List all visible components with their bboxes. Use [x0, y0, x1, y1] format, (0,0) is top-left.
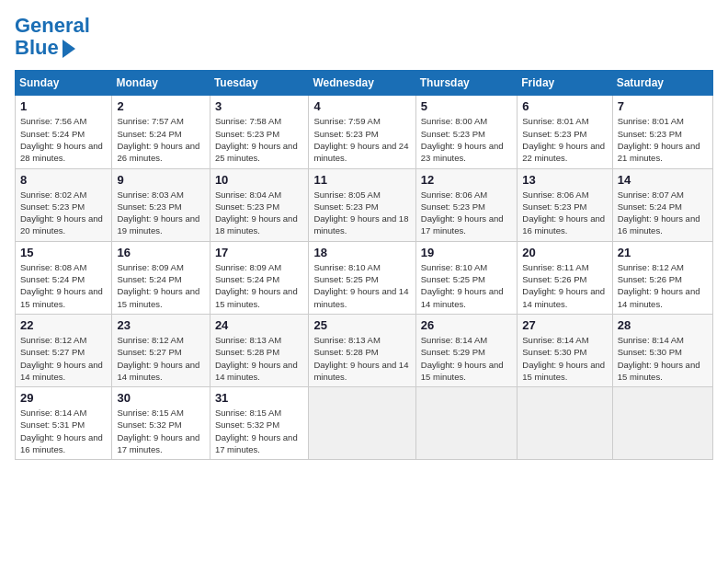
- day-number: 16: [117, 246, 204, 259]
- day-info: Sunrise: 8:13 AMSunset: 5:28 PMDaylight:…: [313, 334, 410, 383]
- day-number: 6: [522, 99, 607, 113]
- day-info: Sunrise: 7:58 AMSunset: 5:23 PMDaylight:…: [215, 115, 304, 164]
- calendar-cell: [309, 387, 415, 460]
- calendar-cell: 31Sunrise: 8:15 AMSunset: 5:32 PMDayligh…: [210, 387, 309, 460]
- day-info: Sunrise: 8:13 AMSunset: 5:28 PMDaylight:…: [215, 334, 304, 383]
- day-number: 12: [421, 173, 512, 187]
- day-number: 1: [20, 99, 107, 113]
- day-info: Sunrise: 8:06 AMSunset: 5:23 PMDaylight:…: [522, 189, 607, 237]
- calendar-cell: 24Sunrise: 8:13 AMSunset: 5:28 PMDayligh…: [210, 314, 309, 386]
- calendar-cell: 30Sunrise: 8:15 AMSunset: 5:32 PMDayligh…: [112, 387, 210, 460]
- calendar-cell: 9Sunrise: 8:03 AMSunset: 5:23 PMDaylight…: [112, 168, 210, 241]
- day-info: Sunrise: 8:02 AMSunset: 5:23 PMDaylight:…: [20, 189, 107, 237]
- day-info: Sunrise: 8:05 AMSunset: 5:23 PMDaylight:…: [313, 189, 410, 237]
- day-info: Sunrise: 8:14 AMSunset: 5:30 PMDaylight:…: [522, 334, 607, 383]
- day-info: Sunrise: 8:09 AMSunset: 5:24 PMDaylight:…: [215, 261, 304, 310]
- day-info: Sunrise: 8:15 AMSunset: 5:32 PMDaylight:…: [215, 407, 304, 455]
- day-number: 20: [522, 246, 607, 259]
- day-info: Sunrise: 8:12 AMSunset: 5:27 PMDaylight:…: [20, 334, 107, 383]
- day-info: Sunrise: 8:07 AMSunset: 5:24 PMDaylight:…: [618, 189, 708, 237]
- calendar-cell: 13Sunrise: 8:06 AMSunset: 5:23 PMDayligh…: [518, 168, 612, 241]
- header-monday: Monday: [112, 71, 210, 96]
- day-info: Sunrise: 8:01 AMSunset: 5:23 PMDaylight:…: [618, 115, 708, 164]
- day-info: Sunrise: 8:12 AMSunset: 5:27 PMDaylight:…: [117, 334, 204, 383]
- calendar-cell: 6Sunrise: 8:01 AMSunset: 5:23 PMDaylight…: [518, 96, 612, 168]
- calendar-cell: 19Sunrise: 8:10 AMSunset: 5:25 PMDayligh…: [415, 241, 517, 314]
- logo: General Blue: [15, 15, 90, 59]
- day-info: Sunrise: 7:57 AMSunset: 5:24 PMDaylight:…: [117, 115, 204, 164]
- day-info: Sunrise: 8:03 AMSunset: 5:23 PMDaylight:…: [117, 189, 204, 237]
- day-number: 21: [618, 246, 708, 259]
- day-number: 4: [313, 99, 410, 113]
- header-tuesday: Tuesday: [210, 71, 309, 96]
- calendar-cell: [518, 387, 612, 460]
- day-info: Sunrise: 8:11 AMSunset: 5:26 PMDaylight:…: [522, 261, 607, 310]
- day-number: 11: [313, 173, 410, 187]
- day-number: 18: [313, 246, 410, 259]
- calendar-cell: 20Sunrise: 8:11 AMSunset: 5:26 PMDayligh…: [518, 241, 612, 314]
- day-number: 31: [215, 391, 304, 405]
- day-info: Sunrise: 8:14 AMSunset: 5:31 PMDaylight:…: [20, 407, 107, 455]
- day-info: Sunrise: 8:14 AMSunset: 5:30 PMDaylight:…: [618, 334, 708, 383]
- day-number: 8: [20, 173, 107, 187]
- logo-arrow-icon: [63, 40, 75, 58]
- calendar-cell: 14Sunrise: 8:07 AMSunset: 5:24 PMDayligh…: [612, 168, 712, 241]
- day-number: 19: [421, 246, 512, 259]
- day-number: 10: [215, 173, 304, 187]
- calendar-week-5: 29Sunrise: 8:14 AMSunset: 5:31 PMDayligh…: [16, 387, 713, 460]
- day-number: 26: [421, 318, 512, 332]
- day-info: Sunrise: 8:00 AMSunset: 5:23 PMDaylight:…: [421, 115, 512, 164]
- calendar-header-row: SundayMondayTuesdayWednesdayThursdayFrid…: [16, 71, 713, 96]
- day-number: 17: [215, 246, 304, 259]
- calendar-cell: 16Sunrise: 8:09 AMSunset: 5:24 PMDayligh…: [112, 241, 210, 314]
- calendar-cell: 12Sunrise: 8:06 AMSunset: 5:23 PMDayligh…: [415, 168, 517, 241]
- calendar-cell: 5Sunrise: 8:00 AMSunset: 5:23 PMDaylight…: [415, 96, 517, 168]
- day-number: 3: [215, 99, 304, 113]
- calendar-week-1: 1Sunrise: 7:56 AMSunset: 5:24 PMDaylight…: [16, 96, 713, 168]
- header-saturday: Saturday: [612, 71, 712, 96]
- day-info: Sunrise: 8:06 AMSunset: 5:23 PMDaylight:…: [421, 189, 512, 237]
- page-header: General Blue: [15, 15, 713, 59]
- day-number: 14: [618, 173, 708, 187]
- calendar-week-3: 15Sunrise: 8:08 AMSunset: 5:24 PMDayligh…: [16, 241, 713, 314]
- day-number: 9: [117, 173, 204, 187]
- day-number: 27: [522, 318, 607, 332]
- logo-blue: Blue: [15, 37, 59, 59]
- calendar-table: SundayMondayTuesdayWednesdayThursdayFrid…: [15, 70, 713, 460]
- day-info: Sunrise: 7:56 AMSunset: 5:24 PMDaylight:…: [20, 115, 107, 164]
- day-number: 22: [20, 318, 107, 332]
- day-info: Sunrise: 8:15 AMSunset: 5:32 PMDaylight:…: [117, 407, 204, 455]
- calendar-cell: 25Sunrise: 8:13 AMSunset: 5:28 PMDayligh…: [309, 314, 415, 386]
- day-number: 28: [618, 318, 708, 332]
- calendar-cell: 23Sunrise: 8:12 AMSunset: 5:27 PMDayligh…: [112, 314, 210, 386]
- calendar-cell: 8Sunrise: 8:02 AMSunset: 5:23 PMDaylight…: [16, 168, 112, 241]
- calendar-cell: 17Sunrise: 8:09 AMSunset: 5:24 PMDayligh…: [210, 241, 309, 314]
- day-info: Sunrise: 8:08 AMSunset: 5:24 PMDaylight:…: [20, 261, 107, 310]
- header-friday: Friday: [518, 71, 612, 96]
- calendar-cell: 26Sunrise: 8:14 AMSunset: 5:29 PMDayligh…: [415, 314, 517, 386]
- day-number: 2: [117, 99, 204, 113]
- day-info: Sunrise: 8:14 AMSunset: 5:29 PMDaylight:…: [421, 334, 512, 383]
- calendar-cell: 7Sunrise: 8:01 AMSunset: 5:23 PMDaylight…: [612, 96, 712, 168]
- header-sunday: Sunday: [16, 71, 112, 96]
- logo-text: General: [15, 15, 90, 37]
- day-number: 13: [522, 173, 607, 187]
- calendar-cell: 2Sunrise: 7:57 AMSunset: 5:24 PMDaylight…: [112, 96, 210, 168]
- calendar-week-2: 8Sunrise: 8:02 AMSunset: 5:23 PMDaylight…: [16, 168, 713, 241]
- calendar-cell: 10Sunrise: 8:04 AMSunset: 5:23 PMDayligh…: [210, 168, 309, 241]
- calendar-cell: 22Sunrise: 8:12 AMSunset: 5:27 PMDayligh…: [16, 314, 112, 386]
- day-number: 23: [117, 318, 204, 332]
- day-number: 24: [215, 318, 304, 332]
- calendar-cell: 1Sunrise: 7:56 AMSunset: 5:24 PMDaylight…: [16, 96, 112, 168]
- day-number: 29: [20, 391, 107, 405]
- day-number: 30: [117, 391, 204, 405]
- day-number: 5: [421, 99, 512, 113]
- calendar-cell: 27Sunrise: 8:14 AMSunset: 5:30 PMDayligh…: [518, 314, 612, 386]
- calendar-cell: 15Sunrise: 8:08 AMSunset: 5:24 PMDayligh…: [16, 241, 112, 314]
- header-thursday: Thursday: [415, 71, 517, 96]
- calendar-cell: 21Sunrise: 8:12 AMSunset: 5:26 PMDayligh…: [612, 241, 712, 314]
- day-info: Sunrise: 8:01 AMSunset: 5:23 PMDaylight:…: [522, 115, 607, 164]
- day-info: Sunrise: 7:59 AMSunset: 5:23 PMDaylight:…: [313, 115, 410, 164]
- calendar-week-4: 22Sunrise: 8:12 AMSunset: 5:27 PMDayligh…: [16, 314, 713, 386]
- calendar-cell: 4Sunrise: 7:59 AMSunset: 5:23 PMDaylight…: [309, 96, 415, 168]
